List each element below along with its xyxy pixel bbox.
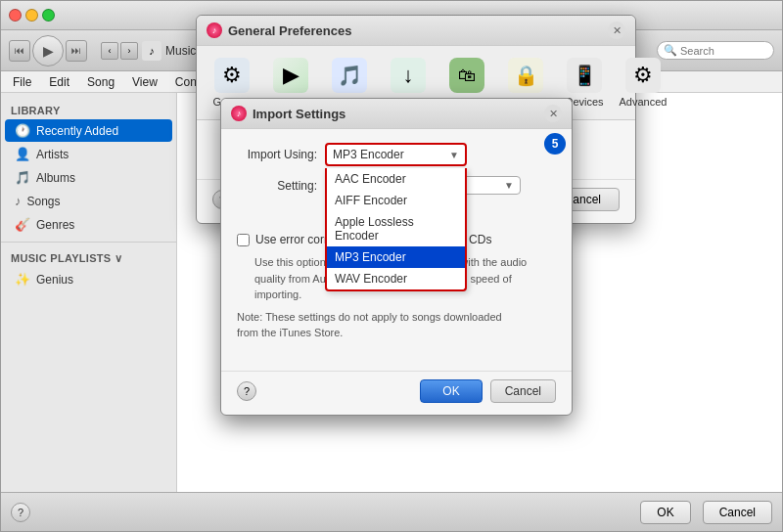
sidebar-label-artists: Artists [36,148,69,161]
search-input[interactable] [680,45,768,57]
import-note-2: Note: These settings do not apply to son… [237,309,556,341]
import-settings-dialog: ♪ Import Settings ✕ Import Using: MP3 En… [220,98,573,416]
sidebar: Library 🕐 Recently Added 👤 Artists 🎵 Alb… [1,93,177,492]
back-button[interactable]: ‹ [101,42,118,60]
sharing-tab-icon: 🎵 [332,58,367,93]
encoder-dropdown-list: AAC Encoder AIFF Encoder Apple Lossless … [325,168,467,291]
import-using-dropdown[interactable]: MP3 Encoder ▼ [325,143,467,166]
bottom-bar: ? OK Cancel [1,492,782,531]
step-badge: 5 [544,133,566,155]
breadcrumb-nav: ‹ › [101,42,138,60]
import-dropdown-container: MP3 Encoder ▼ 5 AAC Encoder AIFF Encoder… [325,143,556,166]
playback-tab-icon: ▶ [273,58,308,93]
music-icon: ♪ [142,41,161,61]
import-help-button[interactable]: ? [237,381,256,401]
genres-icon: 🎸 [15,217,30,232]
window-controls [9,9,55,22]
menu-file[interactable]: File [5,73,39,91]
option-wav[interactable]: WAV Encoder [327,268,465,289]
ok-button-main[interactable]: OK [640,501,690,524]
sidebar-item-genres[interactable]: 🎸 Genres [5,213,172,236]
import-using-label: Import Using: [237,148,325,161]
general-tab-icon: ⚙ [214,58,250,93]
sidebar-label-songs: Songs [27,195,61,208]
import-footer: ? OK Cancel [221,371,572,415]
setting-label: Setting: [237,179,325,193]
albums-icon: 🎵 [15,170,30,185]
store-tab-icon: 🛍 [449,58,484,93]
downloads-tab-icon: ↓ [391,58,426,93]
sidebar-item-albums[interactable]: 🎵 Albums [5,166,172,189]
import-dialog-body: Import Using: MP3 Encoder ▼ 5 AAC Encode… [221,129,572,365]
nav-arrows: ⏮ ▶ ⏭ [9,35,87,66]
genius-icon: ✨ [15,272,30,287]
music-label: Music [165,44,196,58]
import-selected-value: MP3 Encoder [333,148,449,161]
import-close-button[interactable]: ✕ [544,105,562,122]
import-cancel-button[interactable]: Cancel [490,379,556,403]
library-section-title: Library [1,101,176,118]
import-title-left: ♪ Import Settings [231,106,345,121]
sidebar-item-genius[interactable]: ✨ Genius [5,268,172,290]
import-itunes-icon: ♪ [231,106,247,121]
songs-icon: ♪ [15,194,22,208]
pref-title-left: ♪ General Preferences [207,22,351,38]
sidebar-label-albums: Albums [36,171,75,185]
pref-dialog-title: General Preferences [228,23,351,38]
skip-forward-button[interactable]: ⏭ [66,40,87,62]
import-using-row: Import Using: MP3 Encoder ▼ 5 AAC Encode… [237,143,556,166]
close-button[interactable] [9,9,22,22]
import-ok-button[interactable]: OK [420,379,482,403]
cancel-button-main[interactable]: Cancel [703,501,772,524]
devices-tab-icon: 📱 [567,58,602,93]
import-dialog-title: Import Settings [253,107,345,121]
option-aac[interactable]: AAC Encoder [327,168,465,190]
import-titlebar: ♪ Import Settings ✕ [221,99,572,129]
recently-added-icon: 🕐 [15,123,30,138]
artists-icon: 👤 [15,147,30,161]
itunes-logo-icon: ♪ [207,22,222,38]
minimize-button[interactable] [25,9,38,22]
import-footer-buttons: OK Cancel [420,379,556,403]
search-box: 🔍 [657,41,774,60]
menu-view[interactable]: View [124,73,165,91]
breadcrumb-area: ‹ › ♪ Music › [101,41,204,61]
maximize-button[interactable] [42,9,55,22]
error-correction-checkbox[interactable] [237,234,250,246]
sidebar-item-songs[interactable]: ♪ Songs [5,190,172,212]
restrictions-tab-icon: 🔒 [508,58,543,93]
sidebar-item-recently-added[interactable]: 🕐 Recently Added [5,119,172,142]
sidebar-label-genres: Genres [36,218,74,232]
tab-advanced[interactable]: ⚙ Advanced [618,54,668,111]
menu-edit[interactable]: Edit [41,73,77,91]
option-aiff[interactable]: AIFF Encoder [327,190,465,211]
sidebar-label-recently-added: Recently Added [36,124,118,138]
option-apple-lossless[interactable]: Apple Lossless Encoder [327,211,465,246]
play-button[interactable]: ▶ [32,35,64,66]
advanced-tab-icon: ⚙ [625,58,661,93]
dropdown-chevron-icon: ▼ [449,150,459,160]
help-button-main[interactable]: ? [11,503,30,522]
advanced-tab-label: Advanced [620,96,668,108]
option-mp3[interactable]: MP3 Encoder [327,246,465,268]
pref-dialog-titlebar: ♪ General Preferences ✕ [197,16,635,46]
menu-song[interactable]: Song [79,73,122,91]
sidebar-item-artists[interactable]: 👤 Artists [5,143,172,165]
setting-chevron-icon: ▼ [504,180,514,191]
forward-button[interactable]: › [120,42,138,60]
pref-dialog-close-button[interactable]: ✕ [608,22,625,39]
playlists-section-title: Music Playlists ∨ [1,248,176,267]
sidebar-label-genius: Genius [36,273,73,287]
skip-back-button[interactable]: ⏮ [9,40,30,62]
sidebar-divider [1,242,176,243]
